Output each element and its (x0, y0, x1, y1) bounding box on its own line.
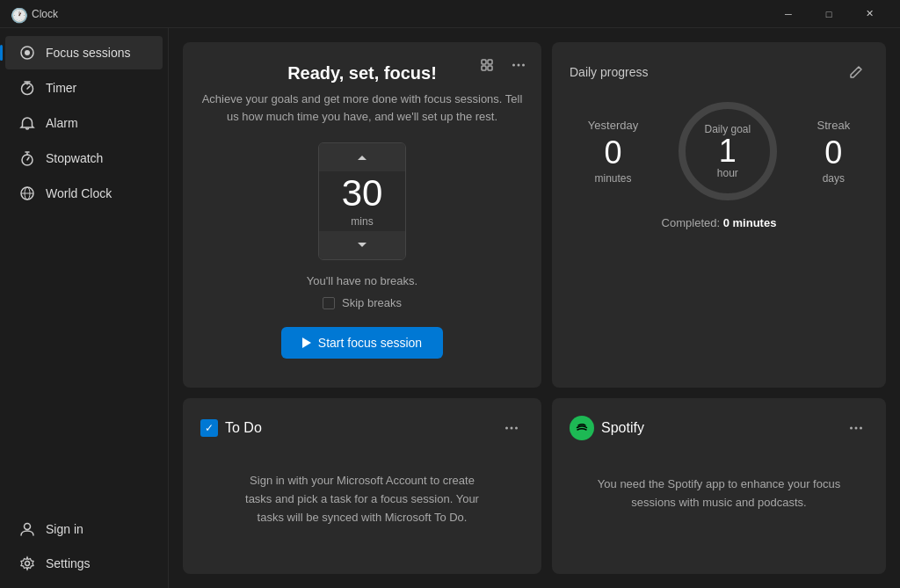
start-focus-session-button[interactable]: Start focus session (281, 327, 443, 359)
settings-icon (19, 555, 35, 571)
time-value: 30 (342, 171, 383, 215)
time-unit: mins (351, 215, 373, 228)
spotify-description: You need the Spotify app to enhance your… (570, 467, 868, 521)
todo-header: ✓ To Do (200, 416, 524, 440)
yesterday-unit: minutes (595, 172, 632, 185)
time-stepper: 30 mins (318, 142, 406, 260)
todo-title: To Do (225, 420, 262, 436)
svg-rect-15 (482, 60, 486, 64)
focus-subtitle: Achieve your goals and get more done wit… (200, 91, 524, 125)
spotify-title-row: Spotify (570, 416, 644, 440)
svg-point-1 (25, 50, 30, 55)
skip-breaks-check[interactable] (323, 297, 335, 309)
titlebar-controls: ─ □ ✕ (768, 0, 889, 28)
focus-session-card: Ready, set, focus! Achieve your goals an… (183, 42, 541, 388)
streak-label: Streak (817, 119, 851, 132)
goal-circle: Daily goal 1 hour (675, 98, 780, 204)
todo-check-icon: ✓ (200, 419, 218, 437)
yesterday-label: Yesterday (588, 119, 638, 132)
spotify-more-icon[interactable] (844, 416, 868, 440)
titlebar-title: Clock (32, 8, 761, 20)
yesterday-value: 0 (605, 137, 622, 169)
streak-stat: Streak 0 days (817, 119, 851, 185)
svg-point-25 (511, 427, 513, 430)
todo-more-icon[interactable] (499, 416, 524, 440)
progress-stats: Yesterday 0 minutes Daily goal 1 hour (570, 98, 868, 204)
spotify-card: Spotify You need the Spotify app to enha… (552, 398, 886, 574)
svg-point-20 (518, 64, 520, 67)
focus-title: Ready, set, focus! (287, 63, 437, 83)
sidebar-item-timer-label: Timer (46, 81, 76, 95)
maximize-button[interactable]: □ (809, 0, 849, 28)
sidebar-item-world-clock[interactable]: World Clock (5, 177, 163, 210)
svg-rect-18 (488, 66, 492, 70)
svg-point-26 (515, 427, 518, 430)
todo-body: Sign in with your Microsoft Account to c… (200, 454, 524, 544)
completed-text: Completed: 0 minutes (570, 216, 868, 229)
svg-point-27 (850, 427, 853, 430)
goal-unit: hour (705, 167, 751, 179)
time-decrement-button[interactable] (319, 231, 405, 259)
close-button[interactable]: ✕ (849, 0, 889, 28)
timer-icon (19, 80, 35, 96)
yesterday-stat: Yesterday 0 minutes (588, 119, 638, 185)
streak-value: 0 (824, 137, 842, 169)
titlebar: 🕐 Clock ─ □ ✕ (0, 0, 900, 28)
spotify-title: Spotify (601, 420, 644, 436)
sidebar-item-timer[interactable]: Timer (5, 71, 163, 105)
circle-inner: Daily goal 1 hour (705, 123, 751, 179)
sidebar-item-sign-in[interactable]: Sign in (5, 512, 163, 546)
goal-value: 1 (705, 135, 751, 167)
sidebar-item-focus-sessions-label: Focus sessions (46, 46, 130, 60)
todo-card: ✓ To Do Sign in with your Microsoft Acco… (183, 398, 541, 574)
svg-point-13 (25, 524, 31, 530)
sidebar-item-settings[interactable]: Settings (5, 547, 163, 580)
svg-rect-17 (482, 66, 486, 70)
sidebar: Focus sessions Timer Alarm (0, 28, 169, 588)
skip-breaks-checkbox[interactable]: Skip breaks (323, 296, 402, 309)
world-clock-icon (19, 185, 35, 201)
svg-point-29 (860, 427, 862, 430)
skip-breaks-label: Skip breaks (342, 296, 402, 309)
focus-sessions-icon (19, 45, 35, 61)
sidebar-item-sign-in-label: Sign in (46, 522, 83, 536)
expand-icon[interactable] (475, 53, 499, 77)
main-content: Ready, set, focus! Achieve your goals an… (169, 28, 900, 588)
app-icon: 🕐 (11, 7, 25, 21)
sidebar-item-settings-label: Settings (46, 556, 91, 570)
svg-point-14 (25, 562, 30, 566)
daily-progress-title: Daily progress (570, 65, 648, 79)
sidebar-item-focus-sessions[interactable]: Focus sessions (5, 36, 163, 69)
svg-line-5 (27, 86, 30, 89)
svg-rect-16 (488, 60, 492, 64)
edit-icon[interactable] (844, 60, 868, 84)
sidebar-item-stopwatch[interactable]: Stopwatch (5, 142, 163, 175)
sign-in-icon (19, 521, 35, 537)
completed-value: 0 minutes (723, 216, 777, 229)
time-increment-button[interactable] (319, 143, 405, 171)
sidebar-item-alarm[interactable]: Alarm (5, 106, 163, 140)
no-breaks-text: You'll have no breaks. (307, 274, 417, 287)
todo-description: Sign in with your Microsoft Account to c… (245, 474, 479, 524)
streak-unit: days (823, 172, 845, 185)
stopwatch-icon (19, 150, 35, 166)
svg-point-21 (522, 64, 525, 67)
sidebar-item-stopwatch-label: Stopwatch (46, 151, 103, 165)
sidebar-bottom: Sign in Settings (0, 512, 168, 581)
spotify-logo (570, 416, 594, 440)
todo-title-row: ✓ To Do (200, 419, 262, 437)
svg-line-9 (27, 157, 29, 160)
minimize-button[interactable]: ─ (768, 0, 809, 28)
app-body: Focus sessions Timer Alarm (0, 28, 900, 588)
svg-point-19 (512, 64, 515, 67)
sidebar-item-world-clock-label: World Clock (46, 186, 112, 200)
sidebar-item-alarm-label: Alarm (46, 116, 78, 130)
focus-more-icon[interactable] (506, 53, 531, 77)
focus-card-actions (475, 53, 531, 77)
alarm-icon (19, 115, 35, 131)
play-icon (302, 338, 311, 348)
svg-point-28 (855, 427, 858, 430)
spotify-header: Spotify (570, 416, 868, 440)
daily-progress-card: Daily progress Yesterday 0 minutes (552, 42, 886, 388)
daily-progress-header: Daily progress (570, 60, 868, 84)
